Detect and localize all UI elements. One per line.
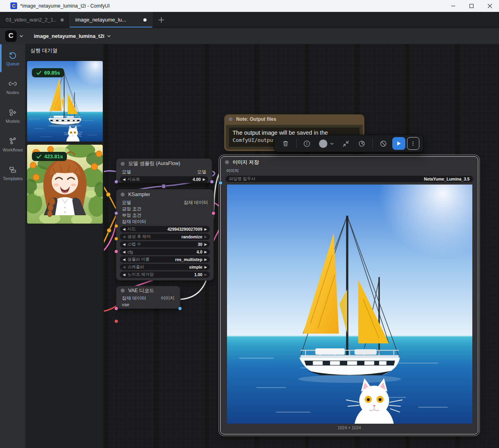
note-node-header[interactable]: Note: Output files [224,114,364,124]
workflow-tab-bar: 03_video_wan2_2_1... image_netayume_lu..… [0,12,499,28]
stepper-right-icon[interactable] [203,178,205,181]
stepper-left-icon[interactable] [123,228,125,231]
vae-input-port[interactable] [114,319,118,323]
widget-cfg[interactable]: cfg 4.0 [120,249,210,255]
stepper-left-icon[interactable] [123,250,125,254]
widget-steps[interactable]: 스텝 수 30 [120,241,210,248]
stepper-left-icon[interactable] [123,265,125,269]
sidebar-item-queue[interactable]: Queue [0,44,25,73]
queue-result-thumbnail-sailboat[interactable]: 69.85s [27,61,103,141]
info-icon [303,140,311,147]
widget-sampler-name[interactable]: 샘플러 이름 res_multistep [120,256,210,263]
node-header[interactable]: VAE 디코드 [116,286,180,295]
sidebar-item-label: Models [6,119,20,124]
color-swatch-icon [319,140,327,148]
pin-shape-button[interactable] [355,136,370,151]
minimize-button[interactable] [444,0,462,12]
output-label: 잠재 데이터 [184,200,208,206]
stepper-right-icon[interactable] [204,258,207,261]
latent-input-port[interactable] [114,250,118,253]
stepper-left-icon[interactable] [123,235,125,239]
collapse-dot-icon[interactable] [229,117,233,121]
reroute-dot-negative[interactable] [107,228,112,233]
tab-03-video-wan[interactable]: 03_video_wan2_2_1... [0,12,70,28]
stepper-left-icon[interactable] [123,258,125,261]
collapse-node-button[interactable] [339,136,353,151]
node-info-button[interactable] [300,136,315,151]
stepper-left-icon[interactable] [123,243,125,246]
widget-scheduler[interactable]: 스케줄러 simple [120,264,210,270]
node-header[interactable]: 이미지 저장 [221,157,478,168]
widget-shift[interactable]: 시프트 4.00 [120,176,208,183]
logo-menu-chevron-icon[interactable] [19,34,23,38]
trash-icon [282,140,289,147]
widget-value: 429943290027009 [167,227,202,232]
widget-seed[interactable]: 시드 429943290027009 [120,226,210,232]
duration-badge: 69.85s [32,68,64,77]
input-label: 잠재 데이터 [122,219,146,225]
node-ksampler[interactable]: KSampler 모델 잠재 데이터 긍정 조건 부정 조건 잠재 데이터 [116,189,214,281]
node-model-sampling-auraflow[interactable]: 모델 샘플링 (AuraFlow) 모델 모델 시프트 4.00 [116,158,212,183]
image-input-port[interactable] [219,181,223,185]
model-output-port[interactable] [210,180,214,184]
stepper-right-icon[interactable] [204,235,207,239]
execute-node-button[interactable] [392,137,405,150]
collapse-dot-icon[interactable] [121,193,125,196]
widget-filename-prefix[interactable]: 파일명 접두사 NetaYume_Lumina_3.5 [225,176,473,182]
stepper-left-icon[interactable] [123,178,125,181]
model-input-port[interactable] [114,180,118,184]
node-color-picker[interactable] [316,136,337,151]
chevron-down-icon [330,141,334,146]
widget-denoise[interactable]: 노이즈 제거양 1.00 [120,271,210,278]
unsaved-dot-icon [143,18,147,22]
tab-image-netayume[interactable]: image_netayume_lu... [70,12,153,28]
sidebar-item-nodes[interactable]: Nodes [0,73,25,101]
stepper-right-icon[interactable] [204,243,207,246]
stepper-left-icon[interactable] [123,273,125,277]
negative-input-port[interactable] [114,237,118,241]
widget-label: 파일명 접두사 [229,176,424,182]
maximize-button[interactable] [462,0,481,12]
ban-icon [380,140,387,147]
queue-result-thumbnail-girl[interactable]: 423.81s [27,145,103,224]
new-tab-button[interactable] [153,12,170,28]
widget-label: 시드 [127,226,168,232]
node-header[interactable]: 모델 샘플링 (AuraFlow) [116,159,212,169]
sidebar-item-templates[interactable]: Templates [0,159,25,187]
input-label: 부정 조건 [122,212,141,218]
output-image-preview[interactable] [227,185,472,424]
collapse-dot-icon[interactable] [121,162,125,166]
sidebar-item-models[interactable]: Models [0,101,25,130]
node-graph-canvas[interactable]: Note: Output files The output image will… [104,44,499,448]
note-node-title: Note: Output files [236,116,276,122]
widget-value: 30 [198,242,202,247]
play-icon [396,141,401,146]
widget-value: 4.0 [196,250,202,254]
reroute-dot-model[interactable] [162,184,166,189]
check-icon [36,70,42,76]
node-vae-decode[interactable]: VAE 디코드 잠재 데이터 이미지 vae [116,286,180,309]
close-button[interactable] [481,0,499,12]
collapse-dot-icon[interactable] [225,160,229,164]
workflow-menu-chevron-icon[interactable] [107,34,111,38]
reroute-dot-positive[interactable] [106,193,111,197]
stepper-right-icon[interactable] [204,265,207,269]
bypass-node-button[interactable] [376,136,391,151]
stepper-right-icon[interactable] [204,273,207,277]
sidebar-item-workflows[interactable]: Workflows [0,130,25,159]
widget-label: 스케줄러 [127,264,189,270]
node-header[interactable]: KSampler [116,189,213,199]
comfyui-logo[interactable]: C [5,30,17,42]
collapse-dot-icon[interactable] [121,289,125,293]
workflow-name[interactable]: image_netayume_lumina_t2i [34,33,104,39]
sidebar-item-label: Nodes [6,90,19,95]
delete-node-button[interactable] [278,136,293,151]
input-label: 모델 [122,200,131,206]
stepper-right-icon[interactable] [204,228,207,231]
comfyui-window: C *image_netayume_lumina_t2i - ComfyUI 0… [0,0,499,448]
more-options-button[interactable] [407,137,419,150]
widget-value: simple [189,265,202,269]
node-save-image[interactable]: 이미지 저장 이미지 파일명 접두사 NetaYume_Lumina_3.5 1… [220,156,478,434]
widget-control-after-generate[interactable]: 생성 후 제어 randomize [120,234,210,240]
stepper-right-icon[interactable] [204,250,207,254]
